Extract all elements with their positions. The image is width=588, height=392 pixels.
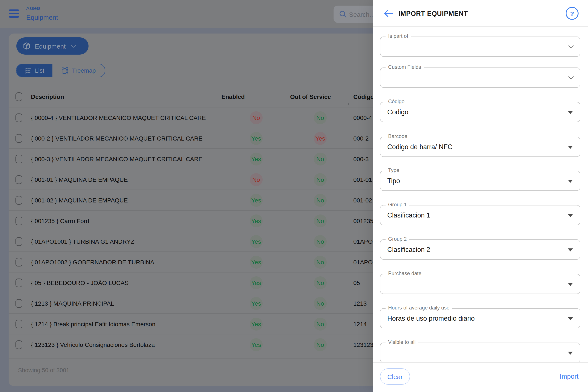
form-field-barcode[interactable]: Barcode Codigo de barra/ NFC [380, 137, 580, 157]
enabled-status-badge: Yes [250, 194, 262, 207]
enabled-status-badge: Yes [250, 235, 262, 248]
dropdown-arrow-icon [568, 43, 574, 48]
row-checkbox[interactable] [16, 216, 22, 225]
row-codigo: 001-01 [353, 176, 372, 183]
out-of-service-status-badge: No [314, 235, 327, 248]
field-label: Is part of [386, 33, 411, 39]
column-resize-handle[interactable] [220, 103, 222, 105]
view-switcher: List Treemap [16, 64, 105, 77]
row-checkbox[interactable] [16, 113, 22, 122]
form-field-is-part-of[interactable]: Is part of [380, 36, 580, 57]
panel-title: IMPORT EQUIPMENT [398, 10, 468, 18]
out-of-service-status-badge: No [314, 318, 327, 330]
row-checkbox[interactable] [16, 154, 22, 163]
clear-button[interactable]: Clear [380, 368, 410, 385]
results-summary: Showing 50 of 3001 [18, 367, 70, 374]
row-codigo: 001235 [353, 217, 373, 224]
out-of-service-status-badge: No [314, 276, 327, 289]
form-field-purchase-date[interactable]: Purchase date [380, 274, 580, 294]
column-header-enabled[interactable]: Enabled [221, 93, 245, 100]
entity-selector-label: Equipment [35, 42, 66, 50]
row-checkbox[interactable] [16, 320, 22, 328]
chevron-down-icon [71, 43, 76, 48]
field-value: Clasificacion 2 [387, 246, 430, 254]
field-label: Custom Fields [386, 64, 424, 70]
out-of-service-status-badge: No [314, 256, 327, 269]
field-value: Clasificacion 1 [387, 211, 430, 219]
field-value: Horas de uso promedio diario [387, 314, 475, 322]
out-of-service-status-badge: No [314, 297, 327, 310]
enabled-status-badge: Yes [250, 256, 262, 269]
field-value: Tipo [387, 177, 400, 184]
row-checkbox[interactable] [16, 175, 22, 184]
breadcrumb: Assets [26, 6, 40, 11]
tab-list-label: List [35, 67, 44, 74]
form-field-visible-to-all[interactable]: Visible to all [380, 342, 580, 363]
select-all-checkbox[interactable] [16, 92, 22, 101]
row-description: { 123123 } Vehículo Consignaciones Berto… [31, 341, 155, 348]
form-field-c-digo[interactable]: Código Codigo [380, 102, 580, 122]
out-of-service-status-badge: No [314, 152, 327, 166]
row-checkbox[interactable] [16, 196, 22, 204]
out-of-service-status-badge: No [314, 338, 327, 351]
tab-list-view[interactable]: List [16, 64, 52, 77]
enabled-status-badge: No [250, 173, 262, 186]
row-codigo: 05 [353, 279, 360, 286]
row-description: { 000-3 } VENTILADOR MECANICO MAQUET CRI… [31, 156, 202, 162]
row-checkbox[interactable] [16, 258, 22, 266]
field-value: Codigo de barra/ NFC [387, 143, 452, 151]
row-checkbox[interactable] [16, 340, 22, 349]
dropdown-arrow-icon [568, 180, 573, 182]
tab-treemap-label: Treemap [72, 67, 96, 74]
row-description: { 001235 } Carro Ford [31, 217, 89, 224]
column-header-description[interactable]: Description [31, 93, 64, 100]
row-description: { 001-02 } MAQUINA DE EMPAQUE [31, 197, 128, 204]
page-title: Equipment [26, 14, 58, 22]
enabled-status-badge: Yes [250, 318, 262, 330]
out-of-service-status-badge: No [314, 214, 327, 228]
dropdown-arrow-icon [568, 74, 574, 79]
column-header-codigo[interactable]: Código [353, 93, 374, 100]
column-resize-handle[interactable] [348, 103, 351, 105]
import-equipment-panel: IMPORT EQUIPMENT ? Is part of Custom Fie… [373, 0, 588, 392]
row-checkbox[interactable] [16, 134, 22, 142]
column-header-out-of-service[interactable]: Out of Service [290, 93, 331, 100]
panel-footer: Clear Import [373, 362, 588, 392]
import-button[interactable]: Import [560, 368, 578, 385]
row-description: { 05 } BEBEDOURO - JOÃO LUCAS [31, 279, 128, 286]
cube-icon [22, 42, 31, 50]
row-checkbox[interactable] [16, 299, 22, 308]
row-codigo: 0000-4 [353, 114, 372, 121]
form-field-hours-of-average-daily-use[interactable]: Hours of average daily use Horas de uso … [380, 308, 580, 328]
back-arrow-icon[interactable] [382, 7, 394, 19]
row-codigo: 1214 [353, 320, 367, 327]
row-codigo: 1213 [353, 300, 367, 307]
treemap-icon [62, 67, 69, 74]
column-resize-handle[interactable] [284, 103, 286, 105]
form-field-group-1[interactable]: Group 1 Clasificacion 1 [380, 205, 580, 225]
dropdown-arrow-icon [568, 248, 573, 251]
form-field-custom-fields[interactable]: Custom Fields [380, 68, 580, 88]
form-field-type[interactable]: Type Tipo [380, 171, 580, 191]
row-checkbox[interactable] [16, 278, 22, 287]
dropdown-arrow-icon [568, 317, 573, 320]
form-field-group-2[interactable]: Group 2 Clasificacion 2 [380, 240, 580, 260]
out-of-service-status-badge: No [314, 194, 327, 207]
field-label: Group 2 [386, 236, 410, 242]
tab-treemap-view[interactable]: Treemap [52, 64, 105, 77]
enabled-status-badge: No [250, 111, 262, 124]
dropdown-arrow-icon [568, 111, 573, 114]
help-icon[interactable]: ? [566, 7, 578, 20]
entity-selector-button[interactable]: Equipment [16, 38, 88, 54]
dropdown-arrow-icon [568, 146, 573, 148]
out-of-service-status-badge: No [314, 173, 327, 186]
row-checkbox[interactable] [16, 237, 22, 246]
dropdown-arrow-icon [568, 282, 573, 286]
row-description: { 01APO1001 } TURBINA G1 ANDRYZ [31, 238, 134, 245]
panel-header: IMPORT EQUIPMENT ? [373, 0, 588, 27]
out-of-service-status-badge: No [314, 111, 327, 124]
hamburger-menu-icon[interactable] [9, 10, 19, 18]
field-label: Group 1 [386, 202, 410, 208]
dropdown-arrow-icon [568, 352, 573, 354]
row-description: { 1214 } Break principal Eafit Idiomas E… [31, 320, 156, 327]
